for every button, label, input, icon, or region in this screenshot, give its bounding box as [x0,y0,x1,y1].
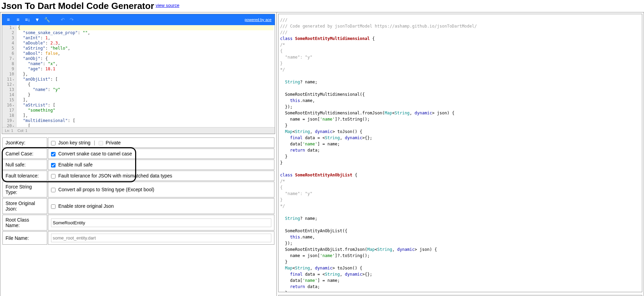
checkbox-camel[interactable] [51,152,56,156]
label-fault: Fault tolerance: [2,171,47,181]
label-jsonkey: JsonKey: [2,137,47,148]
cb-label-jsonkey: Json key string [58,140,90,145]
label-camel: Camel Case: [2,149,47,159]
checkbox-force[interactable] [51,188,56,192]
checkbox-nullsafe[interactable] [51,163,56,167]
label-nullsafe: Null safe: [2,160,47,170]
row-fault: Fault tolerance: Fault tolerance for JSO… [2,171,274,181]
cb-label-camel: Convert snake case to camel case [58,151,132,156]
editor-toolbar: ≡ ≡ ≡↓ ▼ 🔧 ↶ ↷ powered by ace [2,14,275,25]
row-force: Force String Type: Convert all props to … [2,182,274,197]
json-editor[interactable]: 1234567891011121314151617181920 { "some_… [2,25,275,127]
checkbox-fault[interactable] [51,174,56,178]
row-store: Store Original Json: Enable store origin… [2,198,274,214]
editor-statusbar: Ln: 1 Col: 1 [2,127,275,134]
dart-output[interactable]: ////// Code generated by jsonToDartModel… [278,14,642,292]
cb-label-nullsafe: Enable null safe [58,162,93,167]
indent-right-icon[interactable]: ≡ [15,17,21,22]
status-col: Col: 1 [18,129,28,133]
header: Json To Dart Model Code Generator view s… [0,0,644,12]
label-force: Force String Type: [2,182,47,197]
sort-icon[interactable]: ≡↓ [25,17,30,22]
redo-icon[interactable]: ↷ [69,17,74,22]
wrench-icon[interactable]: 🔧 [44,17,50,22]
view-source-link[interactable]: view source [155,3,179,8]
row-nullsafe: Null safe: Enable null safe [2,160,274,170]
status-ln: Ln: 1 [5,129,13,133]
row-filename: File Name: [2,231,274,245]
row-rootclass: Root Class Name: [2,215,274,231]
undo-icon[interactable]: ↶ [60,17,66,22]
page-title: Json To Dart Model Code Generator [1,1,154,11]
checkbox-store[interactable] [51,204,56,209]
label-rootclass: Root Class Name: [2,215,47,231]
powered-by-link[interactable]: powered by ace [245,18,272,22]
input-filename[interactable] [51,234,271,242]
row-camel: Camel Case: Convert snake case to camel … [2,149,274,159]
label-filename: File Name: [2,231,47,245]
cb-label-private: Private [106,140,121,145]
cb-label-force: Convert all props to String type (Except… [58,187,154,192]
filter-icon[interactable]: ▼ [34,17,40,22]
row-jsonkey: JsonKey: Json key string | Private [2,137,274,148]
options-table: JsonKey: Json key string | Private Camel… [2,137,275,245]
cb-label-store: Enable store original Json [58,203,114,209]
label-store: Store Original Json: [2,198,47,214]
input-rootclass[interactable] [51,218,271,227]
cb-label-fault: Fault tolerance for JSON with mismatched… [58,173,172,178]
indent-left-icon[interactable]: ≡ [6,17,11,22]
checkbox-private[interactable] [99,141,103,145]
checkbox-jsonkey[interactable] [51,141,56,145]
